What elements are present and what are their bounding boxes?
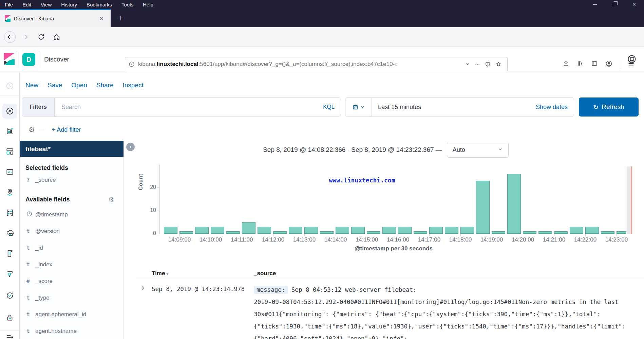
- recently-viewed-icon[interactable]: [5, 82, 14, 90]
- histogram-bar[interactable]: [226, 231, 240, 234]
- forward-button[interactable]: [20, 31, 31, 43]
- back-icon: [6, 33, 14, 41]
- reload-button[interactable]: [35, 31, 47, 43]
- machine-learning-icon[interactable]: [5, 208, 14, 217]
- histogram-bar[interactable]: [179, 231, 193, 234]
- minimize-button[interactable]: [585, 0, 605, 9]
- index-pattern-selector[interactable]: filebeat*: [20, 141, 124, 157]
- collapse-sidebar-button[interactable]: [126, 143, 135, 151]
- x-tick-label: 14:12:00: [258, 236, 289, 243]
- menu-help[interactable]: Help: [138, 2, 158, 7]
- histogram-bar[interactable]: [398, 227, 412, 234]
- collapse-nav-icon[interactable]: [5, 333, 14, 339]
- histogram-bar[interactable]: [336, 227, 349, 234]
- field-item-type[interactable]: t _type: [20, 289, 124, 306]
- string-type-icon: t: [26, 311, 35, 318]
- histogram-bar[interactable]: [289, 227, 302, 234]
- field-item-timestamp[interactable]: @timestamp: [20, 206, 124, 223]
- url-bar[interactable]: kibana.linuxtechi.local:5601/app/kibana#…: [125, 57, 508, 71]
- field-item-id[interactable]: t _id: [20, 239, 124, 256]
- histogram-bar[interactable]: [273, 231, 287, 234]
- page-actions-icon[interactable]: [475, 61, 480, 67]
- field-item-version[interactable]: t @version: [20, 223, 124, 239]
- site-info-icon[interactable]: [129, 61, 135, 67]
- histogram-bar[interactable]: [351, 227, 365, 234]
- histogram-bar[interactable]: [523, 231, 536, 234]
- x-tick-mark: [554, 234, 554, 236]
- menu-view[interactable]: View: [36, 2, 56, 7]
- histogram-bar[interactable]: [538, 231, 552, 234]
- header-divider-2: [39, 51, 39, 68]
- kibana-logo[interactable]: [4, 53, 15, 66]
- canvas-icon[interactable]: [5, 167, 14, 176]
- field-item-index[interactable]: t _index: [20, 256, 124, 273]
- histogram-bar[interactable]: [258, 227, 271, 234]
- menu-edit[interactable]: Edit: [18, 2, 36, 7]
- account-icon[interactable]: [605, 60, 612, 69]
- field-item-agent-hostname[interactable]: t agent.hostname: [20, 323, 124, 339]
- histogram-bar[interactable]: [570, 227, 583, 234]
- histogram-bar[interactable]: [585, 227, 599, 234]
- save-to-library-icon[interactable]: [563, 60, 569, 68]
- library-icon[interactable]: [577, 60, 584, 68]
- apm-icon[interactable]: [5, 269, 14, 278]
- histogram-bar[interactable]: [211, 227, 224, 234]
- menu-file[interactable]: File: [0, 2, 18, 7]
- uptime-icon[interactable]: [5, 291, 14, 300]
- field-sidebar: filebeat* Selected fields ? _source Avai…: [20, 141, 124, 339]
- home-button[interactable]: [51, 31, 62, 43]
- x-tick-mark: [242, 234, 242, 236]
- histogram-bar[interactable]: [445, 227, 458, 234]
- x-tick-label: 14:23:00: [601, 236, 632, 243]
- dashboard-icon[interactable]: [5, 147, 14, 156]
- histogram-bar[interactable]: [382, 227, 396, 234]
- histogram-bar[interactable]: [617, 231, 626, 234]
- histogram-bar[interactable]: [242, 222, 255, 234]
- maps-icon[interactable]: [5, 188, 14, 197]
- tracking-shield-icon[interactable]: [485, 61, 491, 67]
- histogram-bar[interactable]: [414, 231, 427, 234]
- menu-tools[interactable]: Tools: [117, 2, 138, 7]
- browser-tab[interactable]: Discover - Kibana ✕: [0, 9, 111, 27]
- field-item-source[interactable]: ? _source: [20, 172, 124, 188]
- histogram-bar[interactable]: [554, 231, 568, 234]
- menu-history[interactable]: History: [56, 2, 82, 7]
- field-item-score[interactable]: # _score: [20, 273, 124, 289]
- histogram-bar[interactable]: [164, 227, 177, 234]
- histogram-bar[interactable]: [429, 227, 443, 234]
- histogram-bar[interactable]: [492, 231, 505, 234]
- close-window-button[interactable]: ✕: [624, 0, 644, 9]
- url-text: kibana.linuxtechi.local:5601/app/kibana#…: [138, 61, 463, 68]
- histogram-bar[interactable]: [304, 227, 318, 234]
- siem-icon[interactable]: [5, 313, 14, 322]
- discover-icon[interactable]: [5, 107, 14, 115]
- histogram-bar[interactable]: [601, 231, 614, 234]
- histogram-bar[interactable]: [476, 181, 490, 234]
- sidebars-icon[interactable]: [591, 60, 598, 68]
- forward-icon: [22, 33, 29, 41]
- x-tick-label: 14:22:00: [570, 236, 601, 243]
- histogram-bar[interactable]: [507, 174, 521, 234]
- field-settings-gear-icon[interactable]: ⚙: [108, 196, 114, 203]
- window-controls: ✕: [585, 0, 644, 9]
- logs-icon[interactable]: [5, 249, 14, 258]
- histogram-bar[interactable]: [320, 231, 334, 234]
- infrastructure-icon[interactable]: [5, 229, 14, 237]
- y-tick-mark: [157, 188, 159, 188]
- restore-button[interactable]: [605, 0, 624, 9]
- minimize-icon: [593, 4, 597, 5]
- histogram-bar[interactable]: [195, 227, 209, 234]
- tab-close-button[interactable]: ✕: [97, 15, 106, 22]
- toolbar-icons: [563, 60, 634, 69]
- space-badge[interactable]: D: [22, 53, 35, 66]
- field-item-agent-ephemeral-id[interactable]: t agent.ephemeral_id: [20, 306, 124, 323]
- new-tab-button[interactable]: +: [115, 12, 127, 24]
- hamburger-menu-icon[interactable]: [628, 60, 634, 68]
- menu-bookmarks[interactable]: Bookmarks: [82, 2, 117, 7]
- back-button[interactable]: [4, 31, 16, 43]
- url-dropdown-chevron-icon[interactable]: [465, 62, 470, 67]
- histogram-bar[interactable]: [367, 231, 380, 234]
- histogram-bar[interactable]: [460, 227, 474, 234]
- visualize-icon[interactable]: [5, 127, 14, 136]
- bookmark-star-icon[interactable]: [495, 61, 501, 67]
